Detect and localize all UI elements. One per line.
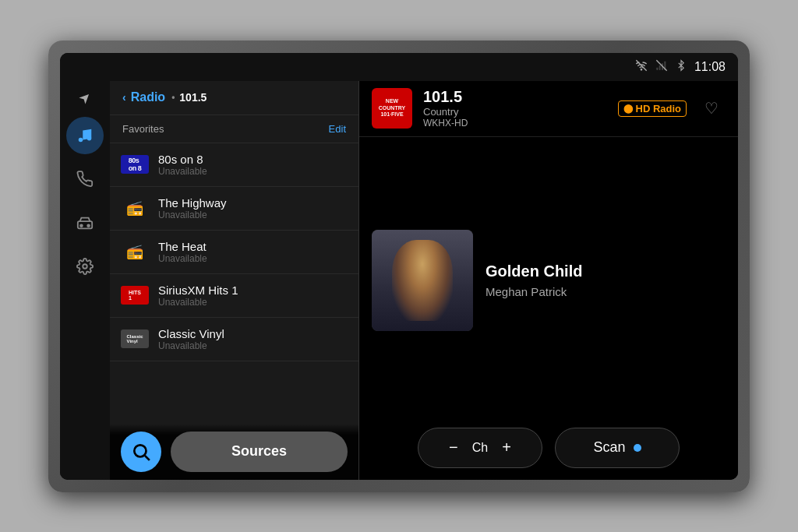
now-playing-area: Golden Child Meghan Patrick xyxy=(359,137,738,424)
sidebar-item-music[interactable] xyxy=(66,117,104,154)
controls-row: − Ch + Scan xyxy=(359,424,738,480)
fav-status: Unavailable xyxy=(158,210,348,220)
list-item[interactable]: ClassicVinyl Classic Vinyl Unavailable xyxy=(110,318,358,361)
bottom-overlay: Sources xyxy=(110,424,358,480)
panel-header: ‹ Radio • 101.5 xyxy=(110,81,358,115)
fav-logo-heat: 📻 xyxy=(121,242,149,261)
status-time: 11:08 xyxy=(694,60,726,74)
back-title[interactable]: ‹ Radio • 101.5 xyxy=(122,90,207,104)
svg-line-14 xyxy=(145,455,150,460)
song-info: Golden Child Meghan Patrick xyxy=(486,262,726,298)
hd-radio-badge: ⬤ HD Radio xyxy=(618,100,687,117)
right-panel: NEW COUNTRY101·FIVE 101.5 Country WKHX-H… xyxy=(359,81,738,480)
list-item[interactable]: 📻 The Heat Unavailable xyxy=(110,231,358,274)
fav-logo-80s: 80son 8 xyxy=(121,155,149,174)
center-panel: ‹ Radio • 101.5 Favorites Edit 80son 8 xyxy=(110,81,359,480)
search-button[interactable] xyxy=(121,432,161,472)
fav-name: The Highway xyxy=(158,196,348,210)
song-artist: Meghan Patrick xyxy=(486,285,726,298)
station-info-row: NEW COUNTRY101·FIVE 101.5 Country WKHX-H… xyxy=(359,81,738,137)
artist-image xyxy=(372,230,473,331)
sidebar-item-car[interactable] xyxy=(66,204,104,241)
heart-button[interactable]: ♡ xyxy=(697,94,726,122)
fav-status: Unavailable xyxy=(158,340,348,351)
fav-logo-hits1: HITS1 xyxy=(121,286,149,305)
sidebar-item-phone[interactable] xyxy=(66,160,104,198)
favorites-label: Favorites xyxy=(122,123,164,135)
svg-point-13 xyxy=(134,445,146,456)
station-logo: NEW COUNTRY101·FIVE xyxy=(372,88,412,129)
hd-icon: ⬤ xyxy=(623,104,633,114)
sources-button[interactable]: Sources xyxy=(171,432,348,472)
list-item[interactable]: 80son 8 80s on 8 Unavailable xyxy=(110,143,358,187)
fav-status: Unavailable xyxy=(158,166,348,177)
station-logo-text: NEW COUNTRY101·FIVE xyxy=(372,98,412,118)
radio-icon: 📻 xyxy=(126,243,143,260)
fav-info: SiriusXM Hits 1 Unavailable xyxy=(158,284,348,308)
sidebar: ➤ xyxy=(60,81,110,480)
svg-point-10 xyxy=(80,224,83,227)
screen: 11:08 ➤ xyxy=(60,53,738,480)
station-freq-large: 101.5 xyxy=(423,88,607,106)
station-genre: Country xyxy=(423,106,607,118)
panel-subheader: Favorites Edit xyxy=(110,115,358,143)
fav-name: SiriusXM Hits 1 xyxy=(158,284,348,297)
ch-minus-button[interactable]: − xyxy=(446,439,461,456)
ch-control: − Ch + xyxy=(418,428,542,468)
hd-radio-label: HD Radio xyxy=(636,103,682,115)
scan-label: Scan xyxy=(593,439,625,456)
panel-freq: 101.5 xyxy=(179,91,207,104)
fav-name: The Heat xyxy=(158,240,348,253)
station-details: 101.5 Country WKHX-HD xyxy=(423,88,607,129)
svg-rect-2 xyxy=(656,68,658,70)
fav-logo-highway: 📻 xyxy=(121,199,149,217)
bluetooth-icon xyxy=(676,59,687,74)
wireless-off-icon xyxy=(635,59,648,74)
dot-separator: • xyxy=(171,92,175,103)
signal-off-icon xyxy=(655,59,668,74)
radio-icon: 📻 xyxy=(126,199,143,217)
sidebar-item-settings[interactable] xyxy=(66,248,104,285)
list-item[interactable]: HITS1 SiriusXM Hits 1 Unavailable xyxy=(110,274,358,318)
fav-info: The Heat Unavailable xyxy=(158,240,348,264)
song-title: Golden Child xyxy=(486,262,726,280)
main-content: ➤ ‹ Radio xyxy=(60,81,738,480)
scan-button[interactable]: Scan xyxy=(555,428,680,468)
svg-point-7 xyxy=(79,137,83,142)
ch-plus-button[interactable]: + xyxy=(499,439,514,456)
scan-dot xyxy=(634,444,641,452)
status-bar: 11:08 xyxy=(60,53,738,81)
fav-info: 80s on 8 Unavailable xyxy=(158,153,348,177)
list-item[interactable]: 📻 The Highway Unavailable xyxy=(110,187,358,231)
svg-point-12 xyxy=(83,264,87,269)
fav-status: Unavailable xyxy=(158,297,348,308)
panel-title: Radio xyxy=(131,90,165,104)
fav-name: Classic Vinyl xyxy=(158,327,348,340)
sources-label: Sources xyxy=(231,443,287,460)
fav-logo-classic: ClassicVinyl xyxy=(121,329,149,348)
svg-point-1 xyxy=(641,69,641,70)
fav-name: 80s on 8 xyxy=(158,153,348,166)
svg-point-11 xyxy=(87,224,90,227)
edit-button[interactable]: Edit xyxy=(329,123,346,135)
album-art xyxy=(372,230,473,331)
svg-point-8 xyxy=(87,136,92,140)
station-callsign: WKHX-HD xyxy=(423,118,607,129)
nav-arrow-icon: ➤ xyxy=(75,86,95,107)
fav-status: Unavailable xyxy=(158,253,348,264)
back-chevron-icon: ‹ xyxy=(122,91,126,104)
fav-info: The Highway Unavailable xyxy=(158,196,348,220)
fav-info: Classic Vinyl Unavailable xyxy=(158,327,348,351)
ch-label: Ch xyxy=(472,441,488,455)
car-surround: 11:08 ➤ xyxy=(48,41,750,492)
svg-rect-3 xyxy=(659,65,661,70)
